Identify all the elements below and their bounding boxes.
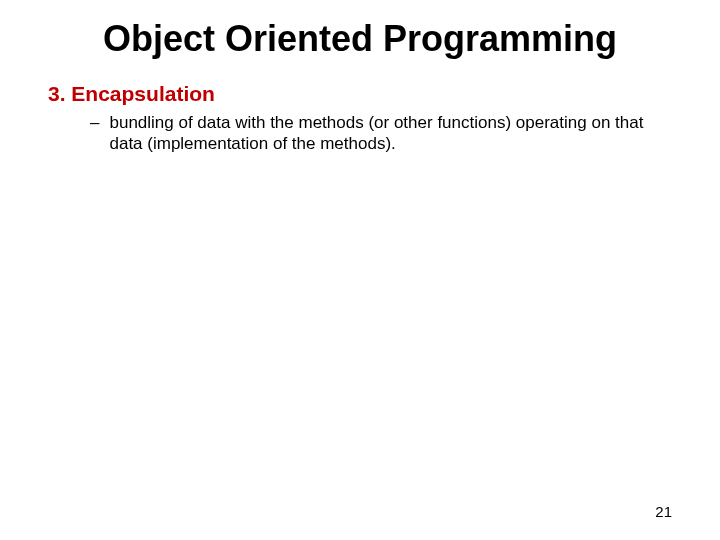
bullet-item: – bundling of data with the methods (or … bbox=[48, 112, 672, 155]
slide-title: Object Oriented Programming bbox=[48, 18, 672, 60]
slide-container: Object Oriented Programming 3. Encapsula… bbox=[0, 0, 720, 540]
section-heading: 3. Encapsulation bbox=[48, 82, 672, 106]
page-number: 21 bbox=[655, 503, 672, 520]
bullet-text: bundling of data with the methods (or ot… bbox=[109, 112, 669, 155]
bullet-dash-icon: – bbox=[90, 112, 99, 133]
